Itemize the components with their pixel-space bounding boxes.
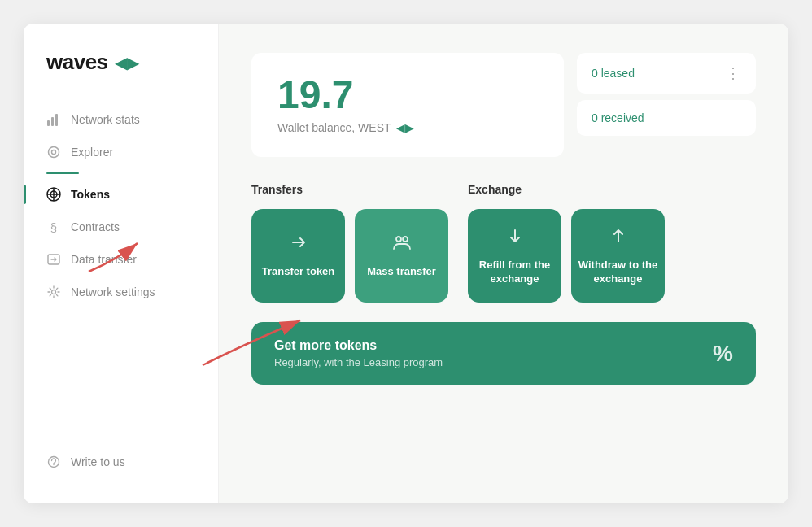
transfer-token-label: Transfer token <box>262 265 335 279</box>
withdraw-exchange-card[interactable]: Withdraw to the exchange <box>571 209 665 303</box>
transfer-token-icon <box>289 233 308 257</box>
svg-point-3 <box>49 147 59 158</box>
leased-menu-button[interactable]: ⋮ <box>726 64 741 82</box>
svg-point-12 <box>53 464 54 465</box>
svg-rect-1 <box>51 117 54 126</box>
main-content: 19.7 Wallet balance, WEST ◀▶ 0 leased ⋮ … <box>219 24 788 503</box>
mass-transfer-icon <box>392 233 412 257</box>
sidebar-label-tokens: Tokens <box>71 188 110 201</box>
refill-exchange-icon <box>505 226 525 250</box>
actions-section: Transfers Transfer token <box>251 183 756 303</box>
balance-label-text: Wallet balance, WEST <box>277 121 391 134</box>
sidebar-label-contracts: Contracts <box>71 220 120 233</box>
exchange-cards: Refill from the exchange Withdraw to the… <box>468 209 665 303</box>
tokens-icon <box>46 187 61 202</box>
svg-rect-2 <box>55 114 58 126</box>
logo-text: waves <box>46 50 108 75</box>
transfers-label: Transfers <box>251 183 448 196</box>
logo: waves ◀▶ <box>24 50 218 75</box>
write-to-us-icon <box>46 455 61 469</box>
exchange-section: Exchange Refill from the exchange <box>468 183 665 303</box>
transfers-section: Transfers Transfer token <box>251 183 448 303</box>
svg-rect-0 <box>47 120 50 126</box>
withdraw-exchange-label: Withdraw to the exchange <box>571 259 665 286</box>
top-row: 19.7 Wallet balance, WEST ◀▶ 0 leased ⋮ … <box>251 53 756 157</box>
svg-point-14 <box>403 237 408 242</box>
exchange-label: Exchange <box>468 183 665 196</box>
balance-amount: 19.7 <box>277 76 538 115</box>
sidebar-label-network-stats: Network stats <box>71 113 140 126</box>
logo-icon: ◀▶ <box>115 53 139 72</box>
sidebar-bottom: Write to us <box>24 433 218 477</box>
balance-label: Wallet balance, WEST ◀▶ <box>277 121 538 134</box>
network-stats-icon <box>46 112 61 127</box>
sidebar-item-contracts[interactable]: § Contracts <box>24 211 218 242</box>
contracts-icon: § <box>46 220 61 234</box>
transfer-token-card[interactable]: Transfer token <box>251 209 345 303</box>
balance-card: 19.7 Wallet balance, WEST ◀▶ <box>251 53 564 157</box>
sidebar-item-tokens[interactable]: Tokens <box>24 179 218 210</box>
sidebar: waves ◀▶ Network stats <box>24 24 219 503</box>
network-settings-icon <box>46 285 61 299</box>
data-transfer-icon <box>46 252 61 267</box>
leasing-pct: % <box>713 341 733 367</box>
side-cards: 0 leased ⋮ 0 received <box>577 53 756 157</box>
received-card: 0 received <box>577 100 756 136</box>
explorer-icon <box>46 145 61 159</box>
sidebar-label-explorer: Explorer <box>71 146 113 159</box>
leasing-banner[interactable]: Get more tokens Regularly, with the Leas… <box>251 322 756 385</box>
sidebar-label-write-to-us: Write to us <box>71 455 125 468</box>
active-indicator <box>46 172 79 174</box>
sidebar-item-write-to-us[interactable]: Write to us <box>24 446 218 477</box>
nav-items: Network stats Explorer <box>24 104 218 420</box>
leasing-subtitle: Regularly, with the Leasing program <box>274 356 443 368</box>
svg-point-13 <box>396 237 401 242</box>
leasing-text: Get more tokens Regularly, with the Leas… <box>274 338 443 368</box>
withdraw-exchange-icon <box>609 226 628 250</box>
leasing-title: Get more tokens <box>274 338 443 353</box>
refill-exchange-label: Refill from the exchange <box>468 259 561 286</box>
sidebar-item-network-stats[interactable]: Network stats <box>24 104 218 135</box>
svg-point-4 <box>52 150 56 155</box>
sidebar-item-network-settings[interactable]: Network settings <box>24 277 218 307</box>
refill-exchange-card[interactable]: Refill from the exchange <box>468 209 561 303</box>
west-icon: ◀▶ <box>396 121 414 134</box>
mass-transfer-card[interactable]: Mass transfer <box>355 209 448 303</box>
sidebar-label-network-settings: Network settings <box>71 285 155 298</box>
sidebar-label-data-transfer: Data transfer <box>71 253 137 266</box>
mass-transfer-label: Mass transfer <box>367 265 436 279</box>
svg-point-10 <box>52 290 56 294</box>
leased-label: 0 leased <box>592 67 635 80</box>
section-row: Transfers Transfer token <box>251 183 756 303</box>
sidebar-item-explorer[interactable]: Explorer <box>24 137 218 168</box>
leased-card: 0 leased ⋮ <box>577 53 756 94</box>
transfers-cards: Transfer token Mass transfer <box>251 209 448 303</box>
app-window: waves ◀▶ Network stats <box>24 24 788 503</box>
sidebar-item-data-transfer[interactable]: Data transfer <box>24 244 218 275</box>
received-label: 0 received <box>592 111 644 124</box>
